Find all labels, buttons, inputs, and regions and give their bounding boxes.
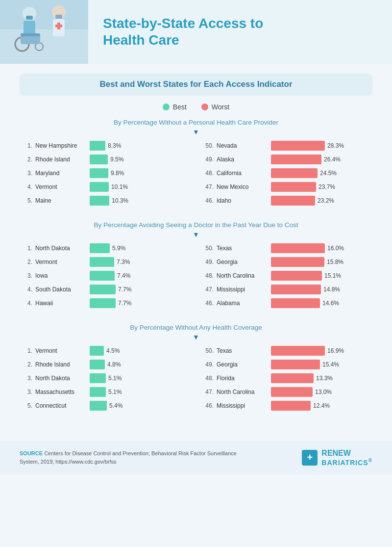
best-bar bbox=[90, 182, 109, 192]
bar-value: 28.3% bbox=[327, 142, 344, 149]
worst-bar bbox=[271, 196, 315, 206]
bar-rank: 3. bbox=[20, 389, 32, 395]
bar-rank: 5. bbox=[20, 402, 32, 409]
bar-rank: 3. bbox=[20, 170, 32, 177]
worst-side-0: 50.Nevada28.3%49.Alaska26.4%48.Californi… bbox=[201, 141, 372, 209]
bar-value: 5.1% bbox=[108, 389, 122, 395]
bar-wrap: 5.9% bbox=[90, 243, 191, 253]
bar-row: 4.Hawaii7.7% bbox=[20, 298, 191, 308]
legend-best: Best bbox=[163, 103, 187, 111]
svg-rect-8 bbox=[21, 33, 40, 36]
bar-label: Mississippi bbox=[217, 286, 268, 293]
bar-row: 49.Georgia15.4% bbox=[201, 360, 372, 369]
best-bar bbox=[90, 141, 105, 151]
category-arrow-0: ▼ bbox=[20, 128, 372, 136]
bar-rank: 47. bbox=[201, 183, 214, 190]
bar-rank: 47. bbox=[201, 389, 214, 395]
bar-value: 15.4% bbox=[322, 361, 339, 368]
category-personal-provider: By Percentage Without a Personal Health … bbox=[20, 119, 372, 209]
bar-label: New Hampshire bbox=[35, 142, 87, 149]
bar-wrap: 23.7% bbox=[271, 182, 372, 192]
worst-bar bbox=[271, 373, 314, 383]
header: State-by-State Access to Health Care bbox=[0, 0, 392, 64]
worst-bar bbox=[271, 182, 316, 192]
legend-worst-label: Worst bbox=[212, 103, 229, 111]
header-title-area: State-by-State Access to Health Care bbox=[88, 5, 392, 58]
bar-row: 47.New Mexico23.7% bbox=[201, 182, 372, 192]
bar-row: 50.Texas16.0% bbox=[201, 243, 372, 253]
bar-rank: 1. bbox=[20, 142, 32, 149]
bar-value: 8.3% bbox=[108, 142, 121, 149]
bar-row: 2.Vermont7.3% bbox=[20, 257, 191, 267]
bar-row: 1.North Dakota5.9% bbox=[20, 243, 191, 253]
bar-rank: 49. bbox=[201, 156, 214, 163]
bar-wrap: 23.2% bbox=[271, 196, 372, 206]
worst-bar bbox=[271, 387, 313, 397]
category-header-2: By Percentage Without Any Health Coverag… bbox=[20, 324, 372, 331]
bar-row: 47.Mississippi14.8% bbox=[201, 285, 372, 294]
bar-row: 2.Rhode Island9.5% bbox=[20, 155, 191, 164]
worst-bar bbox=[271, 271, 322, 281]
bar-wrap: 15.1% bbox=[271, 271, 372, 281]
bar-value: 10.3% bbox=[112, 197, 128, 204]
best-side-2: 1.Vermont4.5%2.Rhode Island4.8%3.North D… bbox=[20, 346, 191, 415]
best-bar bbox=[90, 298, 116, 308]
bar-wrap: 13.3% bbox=[271, 373, 372, 383]
worst-bar bbox=[271, 243, 325, 253]
bar-rank: 4. bbox=[20, 300, 32, 307]
bar-row: 1.New Hampshire8.3% bbox=[20, 141, 191, 151]
bar-rank: 4. bbox=[20, 183, 32, 190]
worst-bar bbox=[271, 360, 320, 369]
bar-wrap: 13.0% bbox=[271, 387, 372, 397]
bar-label: Nevada bbox=[217, 142, 268, 149]
best-bar bbox=[90, 360, 105, 369]
bar-rank: 50. bbox=[201, 142, 214, 149]
best-bar bbox=[90, 168, 108, 178]
bar-rank: 49. bbox=[201, 361, 214, 368]
svg-rect-13 bbox=[55, 25, 62, 27]
bar-row: 46.Mississippi12.4% bbox=[201, 401, 372, 411]
legend: Best Worst bbox=[20, 103, 372, 111]
bar-value: 7.7% bbox=[118, 286, 131, 293]
bar-wrap: 4.8% bbox=[90, 360, 191, 369]
bar-label: North Dakota bbox=[35, 245, 87, 252]
bar-rank: 5. bbox=[20, 197, 32, 204]
svg-rect-1 bbox=[0, 29, 88, 64]
bar-row: 50.Texas16.9% bbox=[201, 346, 372, 356]
source-label: SOURCE bbox=[20, 450, 43, 456]
bar-row: 46.Idaho23.2% bbox=[201, 196, 372, 206]
bar-wrap: 4.5% bbox=[90, 346, 191, 356]
bar-row: 3.North Dakota5.1% bbox=[20, 373, 191, 383]
bar-value: 4.5% bbox=[106, 347, 120, 354]
bar-rank: 3. bbox=[20, 272, 32, 279]
bar-wrap: 8.3% bbox=[90, 141, 191, 151]
bar-label: South Dakota bbox=[35, 286, 87, 293]
bar-label: Idaho bbox=[217, 197, 268, 204]
bar-value: 4.8% bbox=[107, 361, 121, 368]
best-bar bbox=[90, 243, 110, 253]
category-arrow-1: ▼ bbox=[20, 231, 372, 238]
worst-bar bbox=[271, 401, 311, 411]
bar-value: 10.1% bbox=[111, 183, 128, 190]
footer-source: SOURCE Centers for Disease Control and P… bbox=[20, 449, 255, 466]
bar-wrap: 26.4% bbox=[271, 155, 372, 164]
bar-row: 46.Alabama14.6% bbox=[201, 298, 372, 308]
bar-label: Massachusetts bbox=[35, 389, 87, 395]
bar-label: North Carolina bbox=[217, 272, 268, 279]
worst-side-2: 50.Texas16.9%49.Georgia15.4%48.Florida13… bbox=[201, 346, 372, 415]
bar-value: 5.1% bbox=[108, 375, 122, 382]
main-title: State-by-State Access to Health Care bbox=[103, 15, 377, 48]
bar-row: 48.California24.5% bbox=[201, 168, 372, 178]
bar-value: 9.5% bbox=[110, 156, 123, 163]
section-subtitle: Best and Worst States for Each Access In… bbox=[29, 79, 363, 89]
bar-row: 4.South Dakota7.7% bbox=[20, 285, 191, 294]
bar-rank: 47. bbox=[201, 286, 214, 293]
category-header-1: By Percentage Avoiding Seeing a Doctor i… bbox=[20, 221, 372, 229]
bar-value: 23.7% bbox=[318, 183, 335, 190]
bar-row: 47.North Carolina13.0% bbox=[201, 387, 372, 397]
bar-row: 49.Alaska26.4% bbox=[201, 155, 372, 164]
bar-row: 50.Nevada28.3% bbox=[201, 141, 372, 151]
bar-value: 12.4% bbox=[313, 402, 330, 409]
bar-wrap: 9.5% bbox=[90, 155, 191, 164]
bar-rank: 48. bbox=[201, 170, 214, 177]
